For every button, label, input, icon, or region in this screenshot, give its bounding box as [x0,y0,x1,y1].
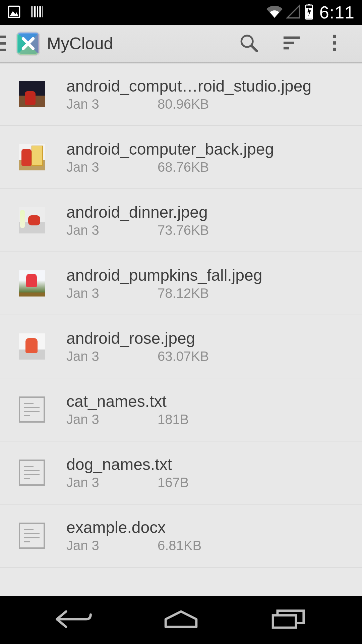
file-thumbnail [19,81,45,107]
barcode-status-icon [29,4,44,20]
overflow-menu-button[interactable] [313,24,356,63]
file-thumbnail [19,333,45,360]
back-button[interactable] [40,596,107,644]
svg-rect-6 [43,6,43,17]
svg-marker-1 [10,11,18,16]
svg-rect-14 [0,49,6,51]
file-date: Jan 3 [66,223,158,238]
file-thumbnail [19,270,45,297]
sort-icon [282,33,301,54]
file-size: 78.12KB [158,286,209,301]
document-icon [19,460,45,486]
file-row[interactable]: android_comput…roid_studio.jpegJan 380.9… [0,63,362,126]
recents-button[interactable] [255,596,322,644]
file-name: android_pumpkins_fall.jpeg [66,266,362,284]
file-row[interactable]: android_dinner.jpegJan 373.76KB [0,189,362,252]
navigation-bar [0,596,362,644]
document-icon [19,523,45,549]
app-icon [16,32,40,56]
file-row[interactable]: android_computer_back.jpegJan 368.76KB [0,126,362,189]
file-size: 167B [158,475,189,490]
search-icon [239,33,258,54]
clock-time: 6:11 [319,2,355,22]
file-size: 6.81KB [158,538,201,553]
file-row[interactable]: dog_names.txtJan 3167B [0,441,362,504]
svg-rect-4 [37,6,38,17]
svg-rect-19 [284,47,289,50]
file-row[interactable]: android_pumpkins_fall.jpegJan 378.12KB [0,252,362,315]
search-button[interactable] [227,24,270,63]
svg-rect-17 [284,37,300,39]
picture-status-icon [7,4,21,20]
page-title: MyCloud [47,34,113,53]
home-icon [163,609,199,631]
svg-rect-23 [273,615,296,628]
back-icon [55,609,92,631]
file-name: example.docx [66,518,362,537]
document-icon [19,396,45,423]
sort-button[interactable] [270,24,313,63]
svg-rect-13 [0,42,6,45]
file-date: Jan 3 [66,475,158,490]
file-row[interactable]: example.docxJan 36.81KB [0,504,362,568]
file-thumbnail [19,207,45,233]
svg-rect-3 [34,6,36,17]
svg-rect-20 [333,35,336,38]
svg-rect-2 [32,6,33,17]
svg-rect-21 [333,41,336,45]
file-date: Jan 3 [66,97,158,112]
file-name: android_rose.jpeg [66,329,362,347]
home-button[interactable] [147,596,215,644]
file-date: Jan 3 [66,412,158,427]
svg-line-16 [251,46,257,51]
file-name: dog_names.txt [66,455,362,474]
file-date: Jan 3 [66,349,158,364]
file-date: Jan 3 [66,286,158,301]
file-size: 80.96KB [158,97,209,112]
toolbar: MyCloud [0,25,362,63]
file-date: Jan 3 [66,538,158,553]
svg-rect-12 [0,36,6,38]
file-name: cat_names.txt [66,392,362,411]
svg-rect-18 [284,42,294,44]
recents-icon [270,609,307,631]
status-bar: 6:11 [0,0,362,25]
overflow-menu-icon [325,33,344,54]
file-row[interactable]: cat_names.txtJan 3181B [0,378,362,441]
file-size: 68.76KB [158,160,209,175]
file-thumbnail [19,144,45,170]
svg-rect-9 [308,4,310,5]
battery-charging-icon [304,4,314,21]
file-row[interactable]: android_rose.jpegJan 363.07KB [0,315,362,378]
svg-rect-5 [39,6,41,17]
svg-marker-7 [287,6,299,18]
file-name: android_comput…roid_studio.jpeg [66,77,362,95]
file-name: android_dinner.jpeg [66,203,362,221]
file-list[interactable]: android_comput…roid_studio.jpegJan 380.9… [0,63,362,596]
svg-rect-22 [333,48,336,51]
file-size: 73.76KB [158,223,209,238]
file-name: android_computer_back.jpeg [66,140,362,158]
drawer-toggle[interactable] [0,24,6,63]
wifi-icon [266,4,283,21]
file-date: Jan 3 [66,160,158,175]
file-size: 63.07KB [158,349,209,364]
cell-signal-icon [286,4,301,20]
file-size: 181B [158,412,189,427]
